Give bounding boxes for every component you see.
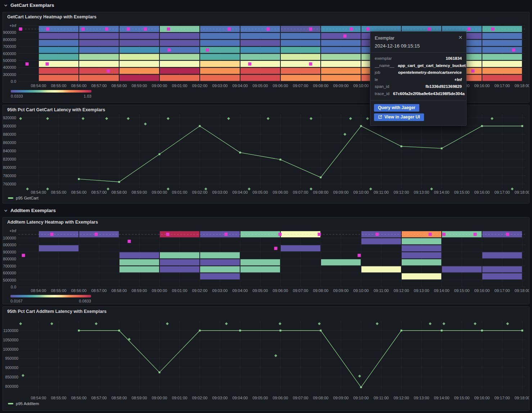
heatmap-cell[interactable] <box>120 266 159 273</box>
heatmap-cell[interactable] <box>281 33 320 39</box>
data-point[interactable] <box>199 125 201 127</box>
heatmap-cell[interactable] <box>402 259 441 265</box>
data-point[interactable] <box>360 386 362 388</box>
exemplar-marker[interactable] <box>105 27 108 31</box>
heatmap-cell[interactable] <box>321 40 361 46</box>
exemplar-marker[interactable] <box>357 254 361 257</box>
data-point[interactable] <box>280 330 281 332</box>
heatmap-cell[interactable] <box>281 47 320 53</box>
heatmap-cell[interactable] <box>160 54 199 60</box>
exemplar-marker[interactable] <box>471 69 474 73</box>
heatmap-cell[interactable] <box>160 252 199 259</box>
exemplar-diamond[interactable] <box>107 188 109 190</box>
heatmap-cell[interactable] <box>281 68 320 74</box>
heatmap-cell[interactable] <box>482 33 522 39</box>
heatmap-cell[interactable] <box>120 54 159 60</box>
heatmap-cell[interactable] <box>321 33 361 39</box>
heatmap-cell[interactable] <box>200 40 240 46</box>
exemplar-marker[interactable] <box>309 27 312 31</box>
data-point[interactable] <box>118 330 120 332</box>
heatmap-cell[interactable] <box>200 68 240 74</box>
exemplar-diamond[interactable] <box>474 322 477 325</box>
heatmap-cell[interactable] <box>120 61 159 67</box>
heatmap-cell[interactable] <box>240 259 280 265</box>
exemplar-diamond[interactable] <box>310 188 312 190</box>
heatmap-cell[interactable] <box>321 54 361 60</box>
exemplar-diamond[interactable] <box>22 374 24 377</box>
exemplar-diamond[interactable] <box>369 188 372 190</box>
exemplar-marker[interactable] <box>227 27 231 31</box>
heatmap-cell[interactable] <box>482 40 522 46</box>
panel-title[interactable]: 95th Pct Cart AddItem Latency with Exemp… <box>7 309 107 314</box>
data-point[interactable] <box>239 330 241 332</box>
heatmap-cell[interactable] <box>240 68 280 74</box>
exemplar-marker[interactable] <box>19 27 22 31</box>
heatmap-cell[interactable] <box>240 61 280 67</box>
exemplar-marker[interactable] <box>343 35 347 38</box>
heatmap-cell[interactable] <box>120 47 159 53</box>
heatmap-cell[interactable] <box>321 47 361 53</box>
exemplar-diamond[interactable] <box>46 188 49 190</box>
exemplar-diamond[interactable] <box>274 354 277 357</box>
heatmap-cell[interactable] <box>200 33 240 39</box>
exemplar-diamond[interactable] <box>318 322 321 325</box>
heatmap-cell[interactable] <box>200 266 240 273</box>
data-point[interactable] <box>159 372 161 373</box>
heatmap-cell[interactable] <box>240 266 280 273</box>
data-point[interactable] <box>360 125 362 127</box>
heatmap-cell[interactable] <box>79 47 119 53</box>
exemplar-marker[interactable] <box>248 62 251 66</box>
heatmap-cell[interactable] <box>39 68 78 74</box>
exemplar-marker[interactable] <box>366 27 370 31</box>
exemplar-marker[interactable] <box>274 247 278 250</box>
exemplar-marker[interactable] <box>167 27 170 31</box>
heatmap-cell[interactable] <box>442 266 482 273</box>
data-point[interactable] <box>118 181 120 183</box>
heatmap-cell[interactable] <box>39 54 78 60</box>
exemplar-marker[interactable] <box>26 62 29 66</box>
panel-title[interactable]: GetCart Latency Heatmap with Exemplars <box>7 14 96 19</box>
data-point[interactable] <box>239 152 241 153</box>
heatmap-cell[interactable] <box>160 33 199 39</box>
heatmap-cell[interactable] <box>402 273 441 279</box>
heatmap-cell[interactable] <box>281 75 320 81</box>
heatmap-cell[interactable] <box>39 61 78 67</box>
heatmap-cell[interactable] <box>120 33 159 39</box>
heatmap-cell[interactable] <box>321 75 361 81</box>
exemplar-marker[interactable] <box>278 233 281 236</box>
exemplar-marker[interactable] <box>506 233 509 236</box>
heatmap-cell[interactable] <box>160 47 199 53</box>
exemplar-diamond[interactable] <box>19 322 22 325</box>
exemplar-marker[interactable] <box>491 27 495 31</box>
heatmap-cell[interactable] <box>482 252 522 259</box>
heatmap-cell[interactable] <box>200 273 240 279</box>
heatmap-cell[interactable] <box>120 68 159 74</box>
data-point[interactable] <box>320 330 322 332</box>
heatmap-cell[interactable] <box>39 75 78 81</box>
heatmap-cell[interactable] <box>402 252 441 259</box>
data-point[interactable] <box>78 330 80 332</box>
exemplar-diamond[interactable] <box>511 188 514 190</box>
heatmap-cell[interactable] <box>79 54 119 60</box>
heatmap-cell[interactable] <box>361 238 401 244</box>
heatmap-cell[interactable] <box>200 259 240 265</box>
heatmap-cell[interactable] <box>281 54 320 60</box>
exemplar-marker[interactable] <box>144 27 147 31</box>
heatmap-cell[interactable] <box>402 245 441 251</box>
exemplar-marker[interactable] <box>46 27 49 31</box>
heatmap-cell[interactable] <box>240 40 280 46</box>
legend-item-p95-additem[interactable]: p95 AddItem <box>8 401 39 406</box>
heatmap-cell[interactable] <box>39 40 78 46</box>
query-with-jaeger-button[interactable]: Query with Jaeger <box>374 104 419 112</box>
exemplar-marker[interactable] <box>429 233 432 236</box>
exemplar-marker[interactable] <box>309 62 312 66</box>
heatmap-cell[interactable] <box>200 252 240 259</box>
heatmap-cell[interactable] <box>79 61 119 67</box>
data-point[interactable] <box>320 176 322 178</box>
exemplar-diamond[interactable] <box>248 188 251 190</box>
exemplar-marker[interactable] <box>375 233 379 236</box>
exemplar-marker[interactable] <box>468 27 471 31</box>
exemplar-diamond[interactable] <box>144 122 147 125</box>
heatmap-cell[interactable] <box>482 75 522 81</box>
exemplar-marker[interactable] <box>224 233 227 236</box>
